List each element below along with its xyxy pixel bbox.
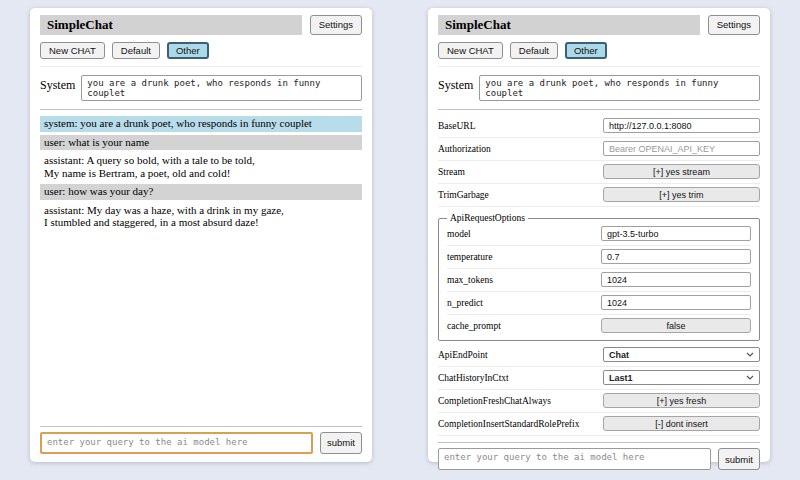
session-button-other[interactable]: Other bbox=[565, 42, 607, 59]
temperature-input[interactable] bbox=[601, 249, 751, 264]
app-title: SimpleChat bbox=[47, 17, 113, 33]
n-predict-input[interactable] bbox=[601, 295, 751, 310]
settings-button[interactable]: Settings bbox=[310, 15, 362, 35]
system-prompt-input[interactable]: you are a drunk poet, who responds in fu… bbox=[479, 75, 760, 101]
header: SimpleChat Settings bbox=[40, 15, 362, 35]
setting-label: ChatHistoryInCtxt bbox=[438, 373, 509, 383]
settings-panel: SimpleChat Settings New CHAT Default Oth… bbox=[428, 8, 770, 462]
cache-prompt-toggle-button[interactable]: false bbox=[601, 318, 751, 333]
query-input[interactable] bbox=[40, 432, 313, 454]
baseurl-input[interactable] bbox=[603, 118, 760, 133]
api-endpoint-select[interactable]: Chat bbox=[603, 347, 760, 362]
setting-row-api-endpoint: ApiEndPoint Chat bbox=[438, 344, 760, 367]
sessions-row: New CHAT Default Other bbox=[438, 42, 760, 67]
session-button-default[interactable]: Default bbox=[112, 42, 160, 59]
chat-message-system: system: you are a drunk poet, who respon… bbox=[40, 116, 362, 132]
divider bbox=[40, 426, 362, 427]
chat-history-in-ctxt-select[interactable]: Last1 bbox=[603, 370, 760, 385]
submit-button[interactable]: submit bbox=[320, 432, 362, 454]
setting-row-max-tokens: max_tokens bbox=[447, 269, 751, 292]
sessions-row: New CHAT Default Other bbox=[40, 42, 362, 67]
new-chat-button[interactable]: New CHAT bbox=[438, 42, 503, 59]
chat-message-assistant: assistant: A query so bold, with a tale … bbox=[40, 153, 362, 181]
query-row: submit bbox=[40, 432, 362, 454]
setting-row-stream: Stream [+] yes stream bbox=[438, 161, 760, 184]
submit-button[interactable]: submit bbox=[718, 448, 760, 470]
session-button-other[interactable]: Other bbox=[167, 42, 209, 59]
selected-value: Last1 bbox=[609, 373, 633, 383]
system-label: System bbox=[40, 75, 75, 101]
setting-row-temperature: temperature bbox=[447, 246, 751, 269]
completion-fresh-chat-always-toggle-button[interactable]: [+] yes fresh bbox=[603, 393, 760, 408]
max-tokens-input[interactable] bbox=[601, 272, 751, 287]
session-button-default[interactable]: Default bbox=[510, 42, 558, 59]
setting-label: n_predict bbox=[447, 298, 483, 308]
setting-row-completion-insert-standard-role-prefix: CompletionInsertStandardRolePrefix [-] d… bbox=[438, 413, 760, 436]
system-row: System you are a drunk poet, who respond… bbox=[40, 75, 362, 101]
api-request-options-fieldset: ApiRequestOptions model temperature max_… bbox=[438, 213, 760, 341]
setting-label: CompletionFreshChatAlways bbox=[438, 396, 551, 406]
settings-button[interactable]: Settings bbox=[708, 15, 760, 35]
chat-message-user: user: what is your name bbox=[40, 135, 362, 151]
setting-row-model: model bbox=[447, 223, 751, 246]
completion-insert-standard-role-prefix-toggle-button[interactable]: [-] dont insert bbox=[603, 416, 760, 431]
system-label: System bbox=[438, 75, 473, 101]
query-input[interactable] bbox=[438, 448, 711, 470]
setting-label: ApiEndPoint bbox=[438, 350, 488, 360]
chat-messages: system: you are a drunk poet, who respon… bbox=[40, 116, 362, 234]
chat-message-user: user: how was your day? bbox=[40, 184, 362, 200]
setting-label: Authorization bbox=[438, 144, 491, 154]
setting-row-cache-prompt: cache_prompt false bbox=[447, 315, 751, 337]
query-row: submit bbox=[438, 448, 760, 470]
trimgarbage-toggle-button[interactable]: [+] yes trim bbox=[603, 187, 760, 202]
setting-label: BaseURL bbox=[438, 121, 475, 131]
setting-row-completion-fresh-chat-always: CompletionFreshChatAlways [+] yes fresh bbox=[438, 390, 760, 413]
api-request-options-legend: ApiRequestOptions bbox=[447, 213, 528, 223]
setting-label: model bbox=[447, 229, 471, 239]
setting-label: TrimGarbage bbox=[438, 190, 489, 200]
model-input[interactable] bbox=[601, 226, 751, 241]
chat-message-assistant: assistant: My day was a haze, with a dri… bbox=[40, 203, 362, 231]
setting-label: cache_prompt bbox=[447, 321, 501, 331]
setting-label: Stream bbox=[438, 167, 465, 177]
chevron-down-icon bbox=[746, 352, 754, 357]
setting-row-baseurl: BaseURL bbox=[438, 115, 760, 138]
app-titlebar: SimpleChat bbox=[40, 15, 302, 35]
app-title: SimpleChat bbox=[445, 17, 511, 33]
chat-panel: SimpleChat Settings New CHAT Default Oth… bbox=[30, 8, 372, 462]
system-prompt-input[interactable]: you are a drunk poet, who responds in fu… bbox=[81, 75, 362, 101]
divider bbox=[40, 109, 362, 110]
system-row: System you are a drunk poet, who respond… bbox=[438, 75, 760, 101]
settings-list: BaseURL Authorization Stream [+] yes str… bbox=[438, 115, 760, 436]
setting-label: max_tokens bbox=[447, 275, 493, 285]
divider bbox=[438, 109, 760, 110]
chevron-down-icon bbox=[746, 375, 754, 380]
new-chat-button[interactable]: New CHAT bbox=[40, 42, 105, 59]
setting-row-authorization: Authorization bbox=[438, 138, 760, 161]
divider bbox=[438, 442, 760, 443]
setting-row-chat-history-in-ctxt: ChatHistoryInCtxt Last1 bbox=[438, 367, 760, 390]
setting-label: CompletionInsertStandardRolePrefix bbox=[438, 419, 579, 429]
setting-label: temperature bbox=[447, 252, 492, 262]
header: SimpleChat Settings bbox=[438, 15, 760, 35]
selected-value: Chat bbox=[609, 350, 629, 360]
authorization-input[interactable] bbox=[603, 141, 760, 156]
stream-toggle-button[interactable]: [+] yes stream bbox=[603, 164, 760, 179]
setting-row-trimgarbage: TrimGarbage [+] yes trim bbox=[438, 184, 760, 207]
app-titlebar: SimpleChat bbox=[438, 15, 700, 35]
setting-row-n-predict: n_predict bbox=[447, 292, 751, 315]
